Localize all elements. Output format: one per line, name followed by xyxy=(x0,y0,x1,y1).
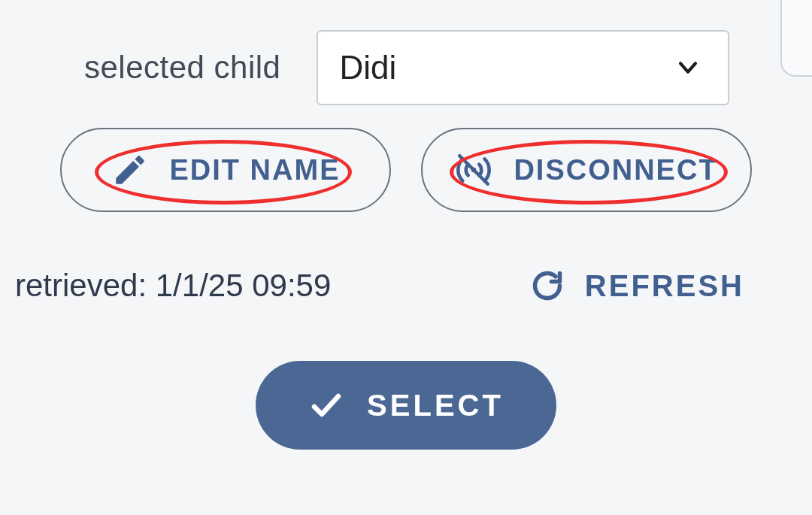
disconnect-label: DISCONNECT xyxy=(514,154,717,186)
check-icon xyxy=(308,387,344,423)
refresh-icon xyxy=(531,269,564,302)
retrieved-text: retrieved: 1/1/25 09:59 xyxy=(15,268,331,304)
action-buttons-row: EDIT NAME DISCONNECT xyxy=(60,128,752,212)
edit-name-button[interactable]: EDIT NAME xyxy=(60,128,391,212)
selected-child-label: selected child xyxy=(84,50,280,86)
broadcast-off-icon xyxy=(455,151,492,189)
window-edge xyxy=(780,0,812,77)
child-select[interactable]: Didi xyxy=(317,30,729,105)
select-button-label: SELECT xyxy=(367,389,504,423)
refresh-label: REFRESH xyxy=(585,269,744,303)
retrieved-row: retrieved: 1/1/25 09:59 REFRESH xyxy=(15,268,744,304)
selected-child-row: selected child Didi xyxy=(84,30,729,105)
refresh-button[interactable]: REFRESH xyxy=(531,269,744,303)
chevron-down-icon xyxy=(675,55,701,80)
edit-name-label: EDIT NAME xyxy=(170,154,341,186)
select-button[interactable]: SELECT xyxy=(256,361,556,450)
child-select-value: Didi xyxy=(339,49,396,86)
select-button-wrap: SELECT xyxy=(0,361,812,450)
pencil-icon xyxy=(111,151,149,189)
disconnect-button[interactable]: DISCONNECT xyxy=(421,128,752,212)
retrieved-prefix: retrieved: xyxy=(15,268,147,303)
retrieved-timestamp: 1/1/25 09:59 xyxy=(156,268,332,303)
